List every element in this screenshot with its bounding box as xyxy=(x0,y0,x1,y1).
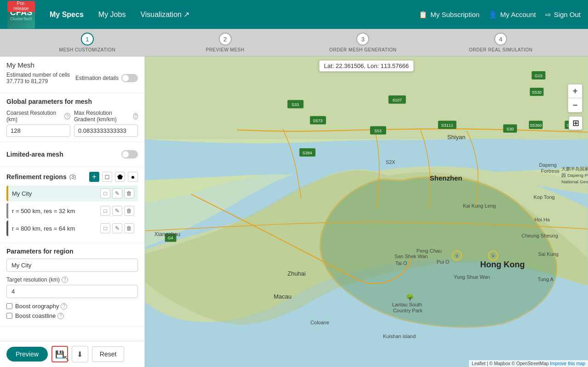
header-right: 📋 My Subscription 👤 My Account ⇨ Sign Ou… xyxy=(419,11,581,19)
add-region-button[interactable]: + xyxy=(89,172,99,182)
svg-text:S384: S384 xyxy=(303,151,312,155)
account-icon: 👤 xyxy=(489,11,497,19)
svg-text:9: 9 xyxy=(456,253,458,258)
svg-text:Hoi Ha: Hoi Ha xyxy=(534,217,550,222)
target-res-input[interactable] xyxy=(6,285,138,298)
nav-links: My Specs My Jobs Visualization ↗ xyxy=(44,6,419,23)
refinement-section: Refinement regions (3) + □ ⬟ ● My City □… xyxy=(0,167,144,243)
max-res-group: Max Resolution Gradient (km/km) ? xyxy=(74,110,138,137)
region-item-1: r = 500 km, res = 32 km □ ✎ 🗑 xyxy=(6,203,138,219)
region-delete-btn-1[interactable]: 🗑 xyxy=(124,206,134,216)
zoom-out-button[interactable]: − xyxy=(568,98,582,112)
estimation-details-label: Estimation details xyxy=(75,75,119,81)
step-circle-1: 1 xyxy=(81,33,94,45)
boost-orography-help-icon[interactable]: ? xyxy=(61,303,67,310)
bottom-toolbar: Preview 💾 ↖ ⬇ Reset xyxy=(0,341,144,367)
boost-coastline-checkbox[interactable] xyxy=(6,313,12,319)
region-edit-btn-1[interactable]: ✎ xyxy=(112,206,122,216)
download-button[interactable]: ⬇ xyxy=(72,346,88,362)
region-delete-btn-2[interactable]: 🗑 xyxy=(124,223,134,233)
svg-text:Kuishan island: Kuishan island xyxy=(383,333,416,339)
svg-text:San Shek Wan: San Shek Wan xyxy=(394,254,428,259)
step-circle-4: 4 xyxy=(494,33,507,45)
max-res-label: Max Resolution Gradient (km/km) ? xyxy=(74,110,138,123)
save-button[interactable]: 💾 ↖ xyxy=(51,346,68,362)
header: Pre-release CPAS ClusterTech My Specs My… xyxy=(0,0,588,29)
region-item-2: r = 800 km, res = 64 km □ ✎ 🗑 xyxy=(6,220,138,236)
zoom-in-button[interactable]: + xyxy=(568,85,582,98)
nav-my-specs[interactable]: My Specs xyxy=(44,7,89,23)
logo-subtext: ClusterTech xyxy=(10,17,32,21)
improve-map-link[interactable]: Improve this map xyxy=(550,361,585,366)
svg-text:Hong Kong: Hong Kong xyxy=(480,260,525,269)
layers-button[interactable]: ⊞ xyxy=(569,116,582,130)
svg-text:Lantau South: Lantau South xyxy=(392,302,422,307)
my-mesh-section: My Mesh Estimated number of cells 37,773… xyxy=(0,56,144,93)
svg-text:Tai O: Tai O xyxy=(395,260,407,266)
coarsest-res-input[interactable] xyxy=(6,124,70,137)
step-label-4: ORDER REAL SIMULATION xyxy=(469,47,532,52)
subscription-label: My Subscription xyxy=(430,11,480,18)
region-name-input[interactable] xyxy=(6,259,138,272)
step-2[interactable]: 2 PREVIEW MESH xyxy=(156,33,294,52)
limited-area-toggle[interactable] xyxy=(121,150,138,158)
region-edit-btn-0[interactable]: ✎ xyxy=(112,188,122,198)
boost-orography-checkbox[interactable] xyxy=(6,303,12,309)
region-actions-2: □ ✎ 🗑 xyxy=(100,223,134,233)
region-name-0: My City xyxy=(12,190,100,197)
region-edit-btn-2[interactable]: ✎ xyxy=(112,223,122,233)
region-delete-btn-0[interactable]: 🗑 xyxy=(124,188,134,198)
nav-visualization[interactable]: Visualization ↗ xyxy=(135,6,195,23)
reset-button[interactable]: Reset xyxy=(92,346,125,362)
map-zoom-controls: + − xyxy=(568,84,582,113)
svg-text:S33: S33 xyxy=(291,102,299,107)
estimate-row: Estimated number of cells 37,773 to 81,2… xyxy=(6,72,138,85)
coarsest-res-help-icon[interactable]: ? xyxy=(64,113,70,119)
params-grid: Coarsest Resolution (km) ? Max Resolutio… xyxy=(6,110,138,137)
refinement-title: Refinement regions xyxy=(6,173,67,181)
svg-text:Peng Chau: Peng Chau xyxy=(417,248,442,254)
nav-my-jobs[interactable]: My Jobs xyxy=(93,7,131,23)
preview-button[interactable]: Preview xyxy=(6,347,48,361)
copy-shape-button[interactable]: □ xyxy=(102,172,112,182)
poly-shape-button[interactable]: ⬟ xyxy=(115,172,125,182)
svg-text:Shenzhen: Shenzhen xyxy=(430,174,462,182)
svg-text:Kop Tong: Kop Tong xyxy=(533,194,554,200)
region-view-btn-0[interactable]: □ xyxy=(100,188,110,198)
boost-coastline-row: Boost coastline ? xyxy=(6,312,138,319)
my-subscription-btn[interactable]: 📋 My Subscription xyxy=(419,11,480,19)
layers-icon: ⊞ xyxy=(572,118,579,128)
estimation-details-toggle[interactable] xyxy=(121,74,138,82)
step-3[interactable]: 3 ORDER MESH GENERATION xyxy=(294,33,432,52)
limited-area-section: Limited-area mesh xyxy=(0,142,144,167)
boost-coastline-help-icon[interactable]: ? xyxy=(57,313,64,319)
params-region-title: Parameters for region xyxy=(6,248,138,255)
region-view-btn-2[interactable]: □ xyxy=(100,223,110,233)
max-res-input[interactable] xyxy=(74,124,138,137)
cursor-overlay: ↖ xyxy=(63,353,70,363)
sign-out-btn[interactable]: ⇨ Sign Out xyxy=(545,11,581,19)
estimate-label: Estimated number of cells xyxy=(6,72,70,78)
svg-text:Macau: Macau xyxy=(274,293,291,300)
svg-text:S30: S30 xyxy=(507,127,514,131)
max-res-help-icon[interactable]: ? xyxy=(133,113,138,119)
global-params-section: Global parameters for mesh Coarsest Reso… xyxy=(0,93,144,142)
my-account-btn[interactable]: 👤 My Account xyxy=(489,11,536,19)
params-region-section: Parameters for region Target resolution … xyxy=(0,243,144,327)
svg-text:Xiangzhou: Xiangzhou xyxy=(154,231,181,237)
circle-shape-button[interactable]: ● xyxy=(128,172,138,182)
svg-text:S530: S530 xyxy=(532,90,542,95)
map-area[interactable]: S33 S53 6107 S3111 S30 S5360 S359 S530 S… xyxy=(145,56,588,367)
target-res-help-icon[interactable]: ? xyxy=(62,277,68,283)
region-view-btn-1[interactable]: □ xyxy=(100,206,110,216)
step-label-2: PREVIEW MESH xyxy=(206,47,245,52)
target-res-label: Target resolution (km) ? xyxy=(6,277,138,283)
svg-text:Kai Kung Leng: Kai Kung Leng xyxy=(463,203,496,209)
step-1[interactable]: 1 MESH CUSTOMIZATION xyxy=(18,33,156,52)
map-svg: S33 S53 6107 S3111 S30 S5360 S359 S530 S… xyxy=(145,56,588,367)
region-actions-1: □ ✎ 🗑 xyxy=(100,206,134,216)
global-params-title: Global parameters for mesh xyxy=(6,98,138,105)
step-4[interactable]: 4 ORDER REAL SIMULATION xyxy=(432,33,570,52)
svg-text:S3111: S3111 xyxy=(441,123,453,128)
svg-text:9: 9 xyxy=(492,253,495,258)
